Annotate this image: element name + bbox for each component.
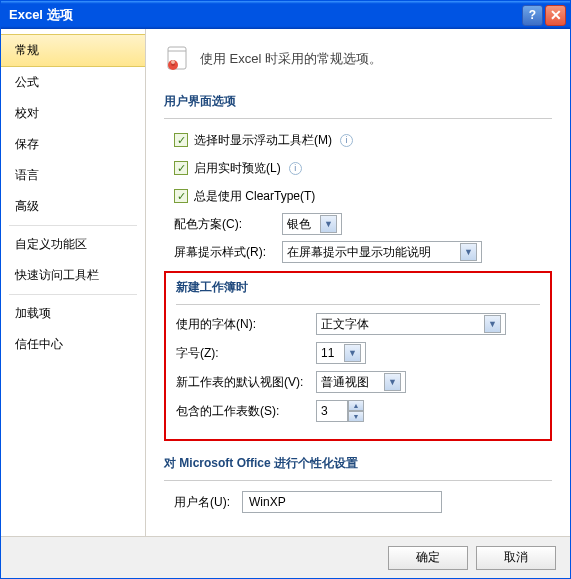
combo-value: 在屏幕提示中显示功能说明 [287,244,431,261]
help-button[interactable]: ? [522,5,543,26]
checkbox-live-preview[interactable]: ✓ [174,161,188,175]
highlight-box: 新建工作簿时 使用的字体(N): 正文字体 ▼ 字号(Z): 11 ▼ [164,271,552,441]
section-new-workbook-title: 新建工作簿时 [176,279,540,305]
titlebar[interactable]: Excel 选项 ? ✕ [1,1,570,29]
spinner-sheet-count[interactable]: ▲ ▼ [316,400,364,422]
label-color-scheme: 配色方案(C): [174,216,276,233]
cancel-button[interactable]: 取消 [476,546,556,570]
sidebar-separator [9,225,137,226]
label-floating-toolbar: 选择时显示浮动工具栏(M) [194,132,332,149]
label-cleartype: 总是使用 ClearType(T) [194,188,315,205]
sidebar-item[interactable]: 自定义功能区 [1,229,145,260]
sidebar-item[interactable]: 常规 [1,34,145,67]
chevron-down-icon[interactable]: ▼ [460,243,477,261]
sidebar-separator [9,294,137,295]
sidebar-item[interactable]: 公式 [1,67,145,98]
username-input[interactable] [242,491,442,513]
label-default-view: 新工作表的默认视图(V): [176,374,316,391]
combo-value: 正文字体 [321,316,369,333]
spin-down-icon[interactable]: ▼ [348,411,364,422]
sidebar-item[interactable]: 信任中心 [1,329,145,360]
chevron-down-icon[interactable]: ▼ [484,315,501,333]
chevron-down-icon[interactable]: ▼ [344,344,361,362]
section-personalize-title: 对 Microsoft Office 进行个性化设置 [164,449,552,481]
category-sidebar: 常规公式校对保存语言高级自定义功能区快速访问工具栏加载项信任中心 [1,29,146,536]
label-tip-style: 屏幕提示样式(R): [174,244,276,261]
info-icon[interactable]: i [340,134,353,147]
label-live-preview: 启用实时预览(L) [194,160,281,177]
label-font-size: 字号(Z): [176,345,316,362]
combo-value: 银色 [287,216,311,233]
sidebar-item[interactable]: 语言 [1,160,145,191]
sidebar-item[interactable]: 加载项 [1,298,145,329]
svg-point-3 [171,60,175,64]
checkbox-cleartype[interactable]: ✓ [174,189,188,203]
dialog-footer: 确定 取消 [1,536,570,578]
combo-font[interactable]: 正文字体 ▼ [316,313,506,335]
label-username: 用户名(U): [174,494,242,511]
ok-button[interactable]: 确定 [388,546,468,570]
sidebar-item[interactable]: 保存 [1,129,145,160]
combo-default-view[interactable]: 普通视图 ▼ [316,371,406,393]
sidebar-item[interactable]: 校对 [1,98,145,129]
chevron-down-icon[interactable]: ▼ [384,373,401,391]
info-icon[interactable]: i [289,162,302,175]
combo-font-size[interactable]: 11 ▼ [316,342,366,364]
section-ui-title: 用户界面选项 [164,87,552,119]
sidebar-item[interactable]: 高级 [1,191,145,222]
spin-up-icon[interactable]: ▲ [348,400,364,411]
combo-tip-style[interactable]: 在屏幕提示中显示功能说明 ▼ [282,241,482,263]
close-button[interactable]: ✕ [545,5,566,26]
hero-icon [164,45,192,73]
sheet-count-input[interactable] [316,400,348,422]
label-sheet-count: 包含的工作表数(S): [176,403,316,420]
combo-color-scheme[interactable]: 银色 ▼ [282,213,342,235]
options-dialog: Excel 选项 ? ✕ 常规公式校对保存语言高级自定义功能区快速访问工具栏加载… [0,0,571,579]
sidebar-item[interactable]: 快速访问工具栏 [1,260,145,291]
hero-text: 使用 Excel 时采用的常规选项。 [200,50,382,68]
combo-value: 普通视图 [321,374,369,391]
title-text: Excel 选项 [9,6,522,24]
combo-value: 11 [321,346,334,360]
checkbox-floating-toolbar[interactable]: ✓ [174,133,188,147]
label-font: 使用的字体(N): [176,316,316,333]
chevron-down-icon[interactable]: ▼ [320,215,337,233]
main-panel: 使用 Excel 时采用的常规选项。 用户界面选项 ✓ 选择时显示浮动工具栏(M… [146,29,570,536]
